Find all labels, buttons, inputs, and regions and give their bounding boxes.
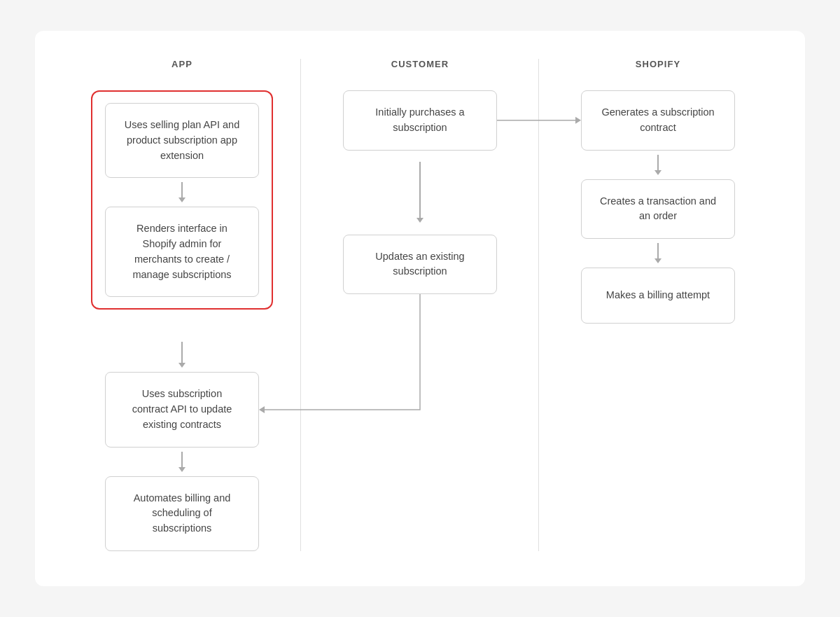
app-box-1: Uses selling plan API and product subscr… [105, 103, 259, 178]
diagram-container: APP Uses selling plan API and product su… [35, 31, 805, 586]
arrow-app-3-4 [178, 452, 186, 472]
shopify-column: SHOPIFY Generates a subscription contrac… [539, 59, 777, 551]
shopify-box-3: Makes a billing attempt [581, 268, 735, 324]
arrow-app-2-3 [178, 342, 186, 368]
arrow-shopify-2-3 [654, 243, 662, 263]
customer-column-header: CUSTOMER [391, 59, 449, 69]
customer-content: Initially purchases a subscription Updat… [315, 90, 525, 294]
customer-column: CUSTOMER Initially purchases a subscript… [301, 59, 539, 551]
app-highlight-group: Uses selling plan API and product subscr… [91, 90, 273, 310]
shopify-box-2: Creates a transaction and an order [581, 179, 735, 240]
shopify-content: Generates a subscription contract Create… [553, 90, 763, 324]
app-box-2: Renders interface in Shopify admin for m… [105, 207, 259, 297]
shopify-column-header: SHOPIFY [636, 59, 680, 69]
customer-box-1: Initially purchases a subscription [343, 90, 497, 151]
app-below-highlight: Uses subscription contract API to update… [77, 331, 287, 551]
arrow-shopify-1-2 [654, 155, 662, 175]
shopify-box-1: Generates a subscription contract [581, 90, 735, 151]
app-column-header: APP [172, 59, 192, 69]
app-column: APP Uses selling plan API and product su… [63, 59, 301, 551]
customer-box-2: Updates an existing subscription [343, 235, 497, 295]
app-box-3: Uses subscription contract API to update… [105, 372, 259, 447]
app-box-4: Automates billing and scheduling of subs… [105, 476, 259, 551]
diagram-wrapper: APP Uses selling plan API and product su… [63, 59, 777, 551]
arrow-customer-1-2 [416, 162, 424, 223]
arrow-app-1-2 [178, 182, 186, 202]
